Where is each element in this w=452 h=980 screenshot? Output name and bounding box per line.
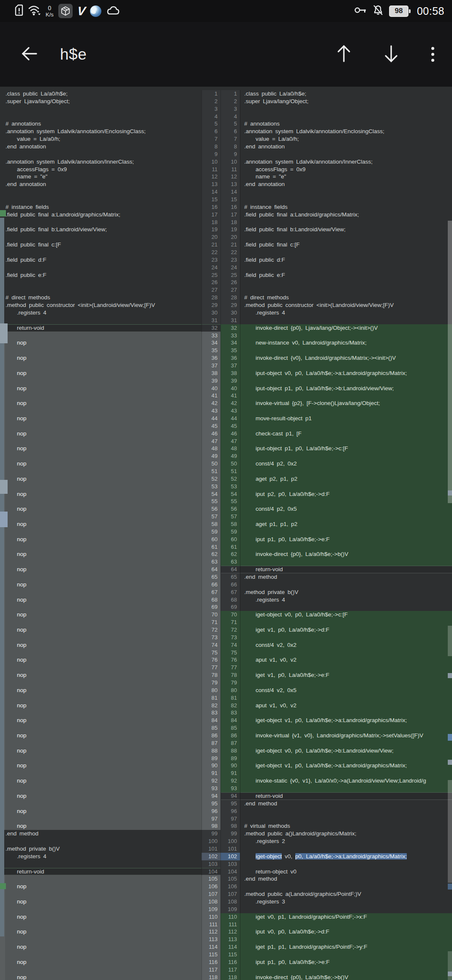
left-code-line[interactable]: nop — [0, 641, 201, 649]
right-code-line[interactable]: iput p1, p0, La/a0/h$e;->e:F — [240, 958, 452, 966]
left-code-line[interactable] — [0, 113, 201, 120]
left-code-line[interactable]: nop — [0, 460, 201, 468]
right-code-line[interactable]: # annotations — [240, 120, 452, 128]
left-code-line[interactable]: nop — [0, 611, 201, 619]
left-code-line[interactable] — [0, 769, 201, 777]
left-code-line[interactable]: nop — [0, 747, 201, 755]
left-code-line[interactable]: .annotation system Ldalvik/annotation/In… — [0, 158, 201, 166]
left-code-line[interactable]: nop — [0, 974, 201, 980]
left-code-line[interactable]: nop — [0, 566, 201, 573]
right-code-line[interactable] — [240, 664, 452, 671]
right-code-line[interactable] — [240, 619, 452, 626]
right-code-line[interactable] — [240, 362, 452, 370]
left-code-line[interactable] — [0, 286, 201, 294]
right-code-line[interactable] — [240, 860, 452, 868]
right-code-line[interactable]: .method public constructor <init>(Landro… — [240, 301, 452, 309]
left-code-line[interactable]: nop — [0, 581, 201, 589]
overflow-menu-button[interactable] — [431, 47, 434, 62]
right-code-line[interactable] — [240, 452, 452, 460]
left-code-line[interactable]: nop — [0, 370, 201, 377]
left-code-line[interactable]: nop — [0, 550, 201, 558]
left-code-line[interactable]: nop — [0, 943, 201, 951]
right-code-line[interactable]: .end annotation — [240, 143, 452, 151]
right-code-line[interactable]: # direct methods — [240, 294, 452, 301]
left-code-line[interactable] — [0, 422, 201, 430]
left-code-line[interactable]: .method private b()V — [0, 845, 201, 853]
left-code-line[interactable] — [0, 407, 201, 415]
left-code-line[interactable]: return-void — [0, 324, 201, 332]
left-code-line[interactable]: nop — [0, 808, 201, 815]
left-code-line[interactable]: nop — [0, 928, 201, 936]
right-code-line[interactable]: .field public final b:Landroid/view/View… — [240, 226, 452, 233]
left-code-line[interactable]: nop — [0, 717, 201, 724]
left-code-line[interactable] — [0, 739, 201, 747]
right-code-line[interactable] — [240, 808, 452, 815]
left-code-line[interactable]: .super Ljava/lang/Object; — [0, 98, 201, 105]
right-code-line[interactable] — [240, 679, 452, 687]
right-code-line[interactable]: .registers 4 — [240, 596, 452, 604]
right-code-line[interactable]: name = "e" — [240, 173, 452, 181]
left-code-line[interactable]: nop — [0, 505, 201, 513]
left-code-line[interactable] — [0, 649, 201, 657]
left-code-line[interactable]: nop — [0, 702, 201, 709]
right-code-line[interactable]: .method public a()Landroid/graphics/Matr… — [240, 830, 452, 838]
left-code-line[interactable] — [0, 392, 201, 400]
left-code-line[interactable] — [0, 377, 201, 385]
left-code-line[interactable]: nop — [0, 490, 201, 498]
right-code-line[interactable] — [240, 332, 452, 339]
left-code-line[interactable] — [0, 233, 201, 241]
left-code-line[interactable]: .field public final b:Landroid/view/View… — [0, 226, 201, 233]
left-code-line[interactable]: .class public La/a0/h$e; — [0, 90, 201, 98]
left-code-line[interactable] — [0, 468, 201, 475]
right-code-line[interactable] — [240, 558, 452, 566]
right-code-line[interactable] — [240, 709, 452, 717]
right-code-line[interactable]: move-result-object p1 — [240, 415, 452, 422]
right-code-line[interactable] — [240, 883, 452, 890]
left-code-line[interactable]: # instance fields — [0, 203, 201, 211]
right-code-line[interactable]: return-void — [240, 792, 452, 800]
right-code-line[interactable]: aput v1, v0, v2 — [240, 702, 452, 709]
right-code-line[interactable] — [240, 694, 452, 702]
right-code-line[interactable]: check-cast p1, [F — [240, 430, 452, 438]
right-code-line[interactable]: aget p2, p1, p2 — [240, 475, 452, 483]
left-code-line[interactable] — [0, 249, 201, 256]
right-code-line[interactable] — [240, 649, 452, 657]
left-code-line[interactable] — [0, 619, 201, 626]
right-code-line[interactable]: .registers 2 — [240, 838, 452, 845]
left-code-line[interactable] — [0, 603, 201, 611]
right-code-line[interactable]: const/4 p2, 0x2 — [240, 460, 452, 468]
right-code-line[interactable]: accessFlags = 0x9 — [240, 166, 452, 173]
left-code-line[interactable]: nop — [0, 687, 201, 694]
right-code-line[interactable]: .field public final a:Landroid/graphics/… — [240, 211, 452, 219]
left-code-line[interactable] — [0, 317, 201, 324]
right-code-line[interactable]: iget-object v1, p0, La/a0/h$e;->a:Landro… — [240, 717, 452, 724]
left-code-line[interactable]: nop — [0, 913, 201, 921]
right-code-line[interactable]: const/4 v2, 0x2 — [240, 641, 452, 649]
left-code-line[interactable] — [0, 543, 201, 551]
right-code-line[interactable] — [240, 724, 452, 732]
right-code-line[interactable]: return-void — [240, 566, 452, 573]
left-code-line[interactable] — [0, 498, 201, 505]
right-code-line[interactable] — [240, 151, 452, 158]
right-code-line[interactable]: .annotation system Ldalvik/annotation/In… — [240, 158, 452, 166]
left-code-line[interactable] — [0, 151, 201, 158]
left-code-line[interactable]: nop — [0, 671, 201, 679]
right-code-line[interactable] — [240, 769, 452, 777]
right-code-line[interactable]: .method public a(Landroid/graphics/Point… — [240, 890, 452, 898]
right-code-line[interactable]: new-instance v0, Landroid/graphics/Matri… — [240, 339, 452, 347]
left-code-line[interactable] — [0, 921, 201, 928]
left-code-line[interactable]: nop — [0, 520, 201, 528]
left-code-line[interactable] — [0, 219, 201, 226]
left-code-line[interactable] — [0, 452, 201, 460]
right-code-line[interactable]: .super Ljava/lang/Object; — [240, 98, 452, 105]
left-code-line[interactable] — [0, 679, 201, 687]
right-code-line[interactable]: iget v0, p1, Landroid/graphics/PointF;->… — [240, 913, 452, 921]
right-code-line[interactable]: iget p1, p1, Landroid/graphics/PointF;->… — [240, 943, 452, 951]
navigate-up-button[interactable] — [337, 44, 351, 64]
left-code-line[interactable]: nop — [0, 415, 201, 422]
left-code-line[interactable] — [0, 558, 201, 566]
left-code-line[interactable] — [0, 332, 201, 339]
right-code-line[interactable]: .method private b()V — [240, 589, 452, 596]
left-code-line[interactable]: nop — [0, 400, 201, 407]
right-code-line[interactable] — [240, 845, 452, 853]
